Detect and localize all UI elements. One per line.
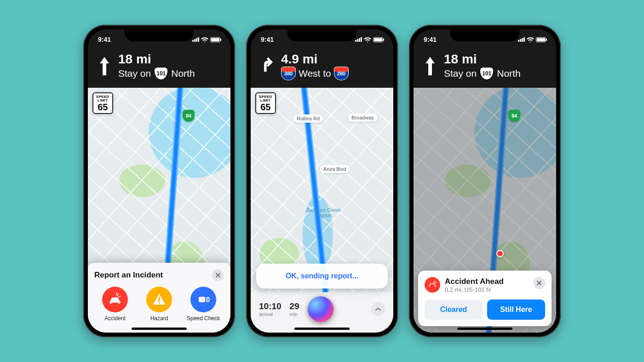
map-view[interactable]: SPEED LIMIT 65 84 Report an Incident: [88, 88, 230, 333]
eta-arrival: 10:10 arrival: [259, 301, 282, 317]
eta-duration: 29 min: [290, 301, 299, 317]
sheet-title: Report an Incident: [94, 271, 163, 280]
incident-hazard-button[interactable]: Hazard: [140, 287, 178, 322]
alert-title: Accident Ahead: [445, 277, 504, 286]
incident-marker-icon: [496, 250, 504, 257]
wifi-icon: [201, 37, 208, 42]
close-icon: [215, 272, 221, 278]
close-button[interactable]: [212, 269, 224, 281]
hazard-icon: [146, 287, 172, 312]
wifi-icon: [364, 37, 371, 42]
navigation-banner: 18 mi Stay on 101 North: [414, 50, 556, 88]
speed-limit-label: SPEED LIMIT: [259, 95, 272, 102]
cellular-signal-icon: [518, 37, 525, 42]
nav-mid-text: West to: [299, 68, 331, 79]
chevron-up-icon: [375, 307, 381, 311]
battery-icon: [210, 37, 220, 42]
nav-distance: 18 mi: [444, 52, 521, 67]
home-indicator[interactable]: [294, 328, 350, 330]
phone-mockup-2: 9:41 4.9 mi 380 West to 280: [246, 25, 398, 337]
battery-icon: [373, 37, 383, 42]
close-button[interactable]: [533, 277, 545, 289]
incident-accident-button[interactable]: Accident: [96, 287, 134, 322]
screen: 9:41 4.9 mi 380 West to 280: [251, 29, 393, 333]
interstate-shield-icon: 380: [281, 67, 296, 80]
speed-limit-value: 65: [259, 102, 272, 112]
status-time: 9:41: [261, 36, 274, 43]
eta-time: 10:10: [259, 301, 282, 311]
navigation-instruction: 18 mi Stay on 101 North: [118, 52, 195, 80]
incident-speed-button[interactable]: Speed Check: [184, 287, 222, 322]
alert-subtitle: 0.2 mi, US-101 N: [445, 286, 504, 293]
incident-hazard-label: Hazard: [150, 315, 168, 322]
eta-minutes-sub: min: [290, 311, 299, 317]
incident-speed-label: Speed Check: [187, 315, 220, 322]
map-label-broadway: Broadway: [348, 113, 378, 122]
incident-options: Accident Hazard Speed Check: [94, 287, 224, 322]
navigation-banner: 18 mi Stay on 101 North: [88, 50, 230, 88]
screen: 9:41 18 mi Stay on 101 North: [414, 29, 556, 333]
home-indicator[interactable]: [132, 328, 187, 330]
eta-time-sub: arrival: [259, 311, 282, 317]
incident-accident-label: Accident: [104, 315, 126, 322]
svg-point-0: [158, 302, 160, 304]
close-icon: [536, 280, 542, 286]
phone-mockup-3: 9:41 18 mi Stay on 101 North: [409, 25, 561, 337]
nav-suffix: North: [497, 68, 520, 79]
map-view[interactable]: 84 Accident Ahead 0.2 mi, US-101 N: [414, 88, 556, 333]
nav-prefix: Stay on: [118, 68, 151, 79]
cleared-button[interactable]: Cleared: [425, 300, 483, 320]
map-view[interactable]: SPEED LIMIT 65 Rollins Rd Broadway Anza …: [251, 88, 393, 333]
highway-marker-84: 84: [183, 110, 195, 122]
status-indicators: [355, 37, 383, 42]
nav-suffix: North: [171, 68, 195, 79]
expand-tray-button[interactable]: [371, 302, 385, 316]
nav-distance: 18 mi: [118, 52, 195, 67]
siri-response-text: OK, sending report...: [286, 272, 358, 280]
still-here-button[interactable]: Still Here: [487, 300, 545, 320]
status-indicators: [518, 37, 546, 42]
map-label-lagoon: Sanchez Creek Lagoon: [305, 207, 342, 218]
speed-limit-sign: SPEED LIMIT 65: [255, 92, 276, 114]
us-route-shield-icon: 101: [154, 67, 168, 80]
siri-response-banner: OK, sending report...: [256, 264, 388, 288]
direction-straight-icon: [96, 57, 113, 75]
direction-turn-right-icon: [259, 57, 276, 75]
siri-orb-icon[interactable]: [308, 296, 334, 322]
battery-icon: [536, 37, 546, 42]
phone-mockup-1: 9:41 18 mi Stay on 101 North: [83, 25, 235, 337]
nav-distance: 4.9 mi: [281, 52, 349, 67]
svg-rect-1: [199, 297, 205, 302]
interstate-shield-icon: 280: [334, 67, 349, 80]
speed-limit-label: SPEED LIMIT: [96, 95, 109, 102]
navigation-banner: 4.9 mi 380 West to 280: [251, 50, 393, 88]
notch: [125, 29, 194, 41]
map-label-anza: Anza Blvd: [320, 165, 350, 173]
cellular-signal-icon: [355, 37, 362, 42]
accident-icon: [425, 277, 440, 293]
speed-limit-value: 65: [96, 102, 109, 112]
us-route-shield-icon: 101: [479, 67, 494, 80]
status-time: 9:41: [424, 36, 437, 43]
screen: 9:41 18 mi Stay on 101 North: [88, 29, 230, 333]
eta-minutes: 29: [290, 301, 299, 311]
nav-prefix: Stay on: [444, 68, 477, 79]
report-incident-sheet: Report an Incident Accident: [88, 263, 230, 333]
notch: [288, 29, 356, 41]
status-time: 9:41: [98, 36, 111, 43]
map-label-rollins: Rollins Rd: [293, 114, 323, 123]
notch: [450, 29, 519, 41]
direction-straight-icon: [422, 57, 438, 75]
accident-icon: [102, 287, 128, 312]
cellular-signal-icon: [192, 37, 199, 42]
eta-tray[interactable]: 10:10 arrival 29 min: [251, 292, 393, 333]
navigation-instruction: 18 mi Stay on 101 North: [444, 52, 521, 80]
highway-marker-84: 84: [508, 110, 520, 122]
status-indicators: [192, 37, 220, 42]
speed-limit-sign: SPEED LIMIT 65: [92, 92, 113, 114]
home-indicator[interactable]: [457, 328, 512, 330]
speed-check-icon: [190, 287, 216, 312]
navigation-instruction: 4.9 mi 380 West to 280: [281, 52, 349, 80]
incident-alert-card: Accident Ahead 0.2 mi, US-101 N Cleared …: [418, 271, 552, 326]
wifi-icon: [527, 37, 534, 42]
